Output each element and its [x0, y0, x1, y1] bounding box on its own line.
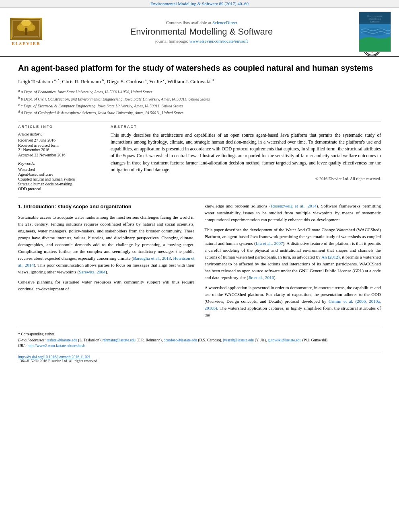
body-paragraph-3: knowledge and problem solutions (Rosenzw…	[205, 203, 381, 223]
keyword-4: Strategic human decision-making	[18, 182, 103, 186]
author-url[interactable]: http://www2.econ.iastate.edu/tesfatsi/	[28, 344, 85, 348]
body-paragraph-4: This paper describes the development of …	[205, 226, 381, 281]
email-cardoso[interactable]: dcardoso@iastate.edu	[164, 338, 197, 342]
abstract-section: ABSTRACT This study describes the archit…	[111, 125, 381, 191]
url-label: URL:	[18, 344, 27, 348]
author-gutowski: William J. Gutowski	[167, 78, 210, 84]
svg-text:Software: Software	[370, 21, 379, 23]
journal-info-bar: Environmental Modelling & Software 89 (2…	[0, 0, 399, 8]
received-date: Received 27 June 2016	[18, 138, 103, 142]
article-info-abstract-section: ARTICLE INFO Article history: Received 2…	[18, 121, 381, 191]
body-section: 1. Introduction: study scope and organiz…	[18, 197, 381, 322]
affiliations: a a Dept. of Economics, Iowa State Unive…	[18, 88, 381, 116]
footnote-section: * Corresponding author. E-mail addresses…	[18, 328, 381, 349]
keyword-2: Agent-based software	[18, 172, 103, 177]
svg-rect-8	[359, 12, 391, 22]
article-info-heading: ARTICLE INFO	[18, 125, 103, 129]
svg-rect-0	[12, 19, 40, 39]
homepage-url[interactable]: www.elsevier.com/locate/envsoft	[189, 39, 248, 43]
corresponding-author-note: * Corresponding author.	[18, 331, 381, 337]
elsevier-logo-image	[10, 18, 42, 40]
keyword-5: ODD protocol	[18, 187, 103, 191]
svg-rect-2	[25, 28, 27, 35]
body-col-right: knowledge and problem solutions (Rosenzw…	[205, 203, 381, 322]
affiliation-d: d d Dept. of Geological & Atmospheric Sc…	[18, 109, 381, 116]
svg-point-5	[21, 20, 31, 26]
email-jie[interactable]: jysarah@iastate.edu	[223, 338, 254, 342]
keyword-1: Watershed	[18, 167, 103, 172]
keywords-section: Keywords: Watershed Agent-based software…	[18, 161, 103, 191]
journal-title: Environmental Modelling & Software	[44, 27, 359, 37]
ref-rosenzweig[interactable]: Rosenzweig et al., 2014	[271, 203, 317, 208]
elsevier-logo-box: ELSEVIER	[8, 18, 44, 46]
body-col-left: 1. Introduction: study scope and organiz…	[18, 203, 195, 322]
elsevier-wordmark: ELSEVIER	[12, 41, 41, 46]
author-tesfatsion: Leigh Tesfatsion	[18, 78, 53, 84]
copyright-line: © 2016 Elsevier Ltd. All rights reserved…	[111, 177, 381, 181]
affiliation-b: b b Dept. of Civil, Construction, and En…	[18, 95, 381, 102]
body-two-col: 1. Introduction: study scope and organiz…	[18, 203, 381, 322]
section-1-title: 1. Introduction: study scope and organiz…	[18, 203, 195, 211]
svg-point-3	[17, 25, 25, 31]
email-line: E-mail addresses: tesfatsi@iastate.edu (…	[18, 337, 381, 343]
abstract-heading: ABSTRACT	[111, 125, 381, 129]
ref-barsuglia[interactable]: Barsuglia et al., 2013	[133, 256, 171, 261]
keywords-label: Keywords:	[18, 161, 103, 166]
footer-doi: http://dx.doi.org/10.1016/j.envsoft.2016…	[18, 355, 381, 359]
article-title: An agent-based platform for the study of…	[18, 63, 381, 73]
article-content: Cross Mark An agent-based platform for t…	[0, 57, 399, 369]
doi-link[interactable]: http://dx.doi.org/10.1016/j.envsoft.2016…	[18, 355, 90, 359]
author-jie: Yu Jie	[149, 78, 162, 84]
ref-jie2016[interactable]: Jie et al., 2016	[248, 275, 274, 280]
email-tesfatsion[interactable]: tesfatsi@iastate.edu	[47, 338, 77, 342]
journal-header: ELSEVIER Contents lists available at Sci…	[0, 8, 399, 57]
ref-an2012[interactable]: An (2012)	[321, 255, 340, 259]
body-paragraph-2: Cohesive planning for sustained water re…	[18, 279, 195, 292]
body-paragraph-1: Sustainable access to adequate water ran…	[18, 214, 195, 275]
authors-line: Leigh Tesfatsion a, *, Chris R. Rehmann …	[18, 78, 381, 85]
svg-point-1	[19, 21, 33, 32]
email-label: E-mail addresses:	[18, 338, 46, 342]
email-addresses: tesfatsi@iastate.edu (L. Tesfatsion), re…	[47, 338, 328, 342]
page-footer: http://dx.doi.org/10.1016/j.envsoft.2016…	[18, 353, 381, 363]
url-line: URL: http://www2.econ.iastate.edu/tesfat…	[18, 343, 381, 349]
svg-point-4	[27, 25, 35, 31]
accepted-date: Accepted 22 November 2016	[18, 153, 103, 157]
body-paragraph-5: A watershed application is presented in …	[205, 284, 381, 318]
journal-citation: Environmental Modelling & Software 89 (2…	[150, 1, 249, 6]
svg-text:Modelling &: Modelling &	[369, 18, 381, 20]
article-info-panel: ARTICLE INFO Article history: Received 2…	[18, 125, 103, 191]
journal-cover-image: Environmental Modelling & Software	[359, 12, 391, 52]
author-cardoso: Diego S. Cardoso	[107, 78, 144, 84]
journal-center-info: Contents lists available at ScienceDirec…	[44, 20, 359, 43]
email-gutowski[interactable]: gutowski@iastate.edu	[267, 338, 301, 342]
affiliation-a: a a Dept. of Economics, Iowa State Unive…	[18, 88, 381, 95]
affiliation-c: c c Dept. of Electrical & Computer Engin…	[18, 102, 381, 109]
footer-issn: 1364-8152/© 2016 Elsevier Ltd. All right…	[18, 359, 381, 363]
abstract-text: This study describes the architecture an…	[111, 132, 381, 174]
email-rehmann[interactable]: rehmann@iastate.edu	[103, 338, 136, 342]
ref-grimm[interactable]: Grimm et al. (2006, 2010a, 2010b)	[205, 299, 381, 310]
received-revised-date: Received in revised form 21 November 201…	[18, 143, 103, 152]
journal-homepage: journal homepage: www.elsevier.com/locat…	[44, 39, 359, 43]
history-label: Article history:	[18, 132, 103, 136]
author-rehmann: Chris R. Rehmann	[62, 78, 101, 84]
svg-rect-6	[14, 36, 38, 37]
ref-liu2007[interactable]: Liu et al., 2007	[256, 241, 283, 246]
svg-text:Environmental: Environmental	[367, 15, 382, 17]
article-history: Article history: Received 27 June 2016 R…	[18, 132, 103, 157]
keyword-3: Coupled natural and human system	[18, 177, 103, 181]
science-direct-link[interactable]: ScienceDirect	[212, 20, 237, 25]
science-direct-line: Contents lists available at ScienceDirec…	[44, 20, 359, 25]
ref-sarewitz[interactable]: Sarewitz, 2004	[79, 269, 105, 274]
